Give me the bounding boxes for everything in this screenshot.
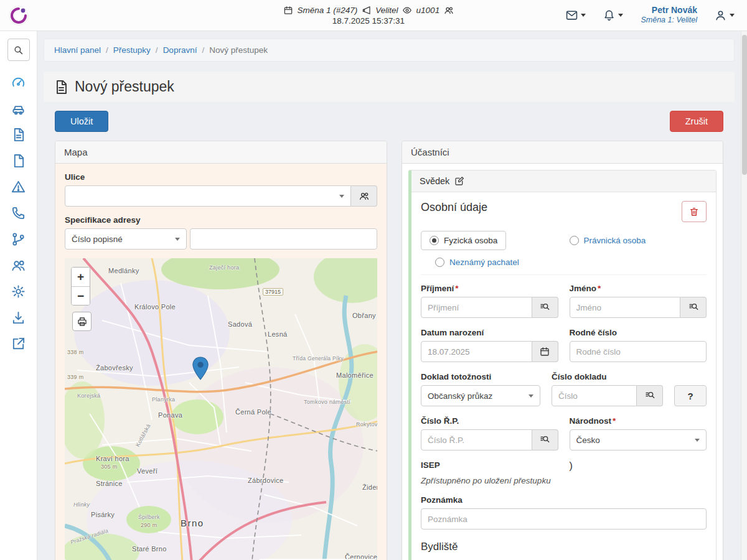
address-type-select[interactable]: Číslo popisné: [65, 228, 187, 250]
breadcrumb-link-traffic[interactable]: Dopravní: [163, 45, 197, 55]
zoom-out-button[interactable]: −: [72, 286, 90, 305]
address-number-input[interactable]: [190, 228, 377, 250]
surname-input[interactable]: [421, 297, 532, 318]
person-type-label: Fyzická osoba: [444, 236, 497, 245]
vertical-scrollbar[interactable]: [741, 31, 747, 560]
caret-down-icon: [529, 394, 533, 398]
gear-icon: [11, 284, 26, 299]
user-code: u1001: [416, 6, 440, 15]
id-number-search-button[interactable]: [637, 385, 663, 406]
street-label: Ulice: [65, 172, 377, 182]
license-input[interactable]: [421, 429, 532, 450]
save-button[interactable]: Uložit: [55, 111, 108, 132]
map-label: Zaječí hora: [209, 264, 239, 271]
map-marker-icon[interactable]: [192, 357, 209, 380]
user-menu-dropdown[interactable]: [715, 9, 735, 21]
breadcrumb-link-home[interactable]: Hlavní panel: [54, 45, 101, 55]
sidebar-search-button[interactable]: [7, 39, 30, 61]
map-label: Sadová: [228, 320, 252, 328]
sidebar-item-export[interactable]: [11, 310, 26, 325]
id-number-input[interactable]: [552, 385, 637, 406]
radio-icon: [435, 258, 444, 267]
firstname-input[interactable]: [570, 297, 681, 318]
trash-icon: [689, 207, 699, 217]
branch-icon: [11, 232, 26, 246]
top-header: Směna 1 (#247) Velitel u1001 18.7.2025 1…: [0, 0, 747, 31]
notifications-dropdown[interactable]: [603, 9, 623, 21]
map-label: Zábrdovice: [248, 477, 283, 484]
document-icon: [54, 80, 68, 95]
sidebar-item-persons[interactable]: [11, 258, 26, 273]
delete-participant-button[interactable]: [682, 201, 707, 222]
current-user: Petr Novák Směna 1: Velitel: [641, 5, 697, 26]
scrollbar-thumb[interactable]: [742, 35, 747, 175]
breadcrumb-separator: /: [106, 45, 108, 55]
birthdate-calendar-button[interactable]: [532, 341, 558, 362]
map-print-button[interactable]: [72, 312, 92, 331]
users-icon: [359, 191, 369, 201]
map-label: Žabovřesky: [96, 364, 133, 371]
id-help-button[interactable]: ?: [674, 385, 707, 406]
sidebar-item-offenses[interactable]: [11, 180, 26, 194]
birthdate-input[interactable]: [421, 341, 532, 362]
sidebar: [0, 31, 37, 560]
map-label: Maloměřice: [336, 371, 374, 379]
sidebar-item-vehicles[interactable]: [11, 101, 26, 116]
sidebar-item-documents[interactable]: [11, 154, 26, 168]
personal-id-input[interactable]: [570, 341, 707, 362]
radio-icon: [430, 236, 439, 245]
cancel-button[interactable]: Zrušit: [670, 111, 723, 132]
breadcrumb-link-offenses[interactable]: Přestupky: [113, 45, 151, 55]
zoom-in-button[interactable]: +: [72, 268, 90, 286]
people-icon: [444, 6, 453, 15]
breadcrumb-separator: /: [202, 45, 204, 55]
sidebar-item-workflow[interactable]: [11, 232, 26, 246]
caret-down-icon: [618, 14, 623, 17]
isep-label: ISEP: [421, 460, 558, 470]
gauge-icon: [11, 75, 26, 90]
license-search-button[interactable]: [532, 429, 558, 450]
app-logo: [9, 6, 29, 26]
participant-card: Svědek Osobní údaje: [408, 170, 716, 560]
license-label: Číslo Ř.P.: [421, 416, 558, 426]
address-spec-label: Specifikace adresy: [65, 215, 377, 225]
sidebar-item-settings[interactable]: [11, 284, 26, 299]
map-canvas[interactable]: Medlánky Zaječí hora Královo Pole Obřany…: [65, 258, 377, 560]
phone-icon: [11, 206, 26, 220]
note-input[interactable]: [421, 508, 707, 530]
sidebar-item-external[interactable]: [11, 337, 26, 351]
sidebar-item-dashboard[interactable]: [11, 75, 26, 90]
id-type-select[interactable]: Občanský průkaz: [421, 385, 540, 406]
external-link-icon: [11, 337, 26, 351]
header-datetime: 18.7.2025 15:37:31: [284, 16, 454, 26]
messages-dropdown[interactable]: [566, 9, 586, 21]
map-label: 305 m: [101, 464, 118, 470]
person-type-unknown[interactable]: Neznámý pachatel: [435, 258, 558, 267]
sidebar-item-calls[interactable]: [11, 206, 26, 220]
firstname-label: Jméno*: [570, 284, 707, 293]
breadcrumb-current: Nový přestupek: [209, 45, 268, 55]
street-locate-button[interactable]: [351, 185, 377, 207]
user-shift-role: Směna 1: Velitel: [641, 16, 697, 26]
surname-label: Příjmení*: [421, 284, 558, 293]
edit-icon[interactable]: [454, 176, 464, 186]
sidebar-item-reports[interactable]: [11, 128, 26, 142]
firstname-search-button[interactable]: [680, 297, 707, 318]
map-label: Hlinky: [73, 502, 90, 508]
map-label: Brno: [181, 518, 204, 528]
calendar-icon: [540, 347, 550, 357]
map-label: Obřany: [352, 312, 376, 319]
street-select[interactable]: [65, 185, 351, 207]
participant-tab-witness[interactable]: Svědek: [420, 176, 449, 186]
person-type-physical[interactable]: Fyzická osoba: [421, 231, 506, 250]
nationality-select[interactable]: Česko: [570, 429, 707, 450]
personal-id-label: Rodné číslo: [570, 328, 707, 337]
map-label: Ponava: [158, 411, 182, 419]
search-lookup-icon: [540, 435, 550, 445]
megaphone-icon: [362, 6, 371, 15]
id-type-value: Občanský průkaz: [428, 391, 492, 401]
download-icon: [11, 310, 26, 325]
person-type-legal[interactable]: Právnická osoba: [570, 236, 707, 245]
search-lookup-icon: [688, 302, 698, 312]
surname-search-button[interactable]: [532, 297, 558, 318]
